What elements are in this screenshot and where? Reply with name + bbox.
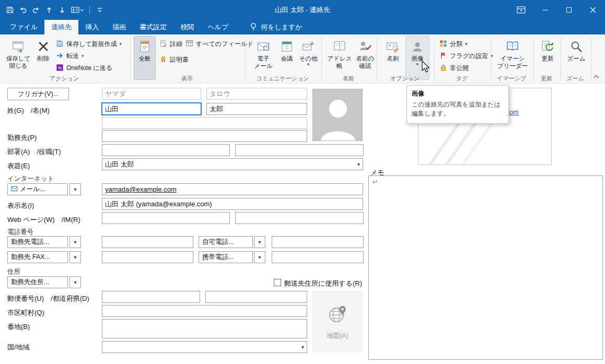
address-type-arrow[interactable] [69, 276, 81, 288]
internet-section-label: インターネット [7, 174, 54, 183]
tab-insert[interactable]: 挿入 [78, 20, 106, 34]
general-button[interactable]: 全般 [134, 36, 156, 80]
email-combo-button[interactable]: メール... [7, 183, 68, 195]
ribbon-display-options-icon[interactable] [509, 0, 533, 20]
map-button[interactable]: 地図(A) [312, 291, 363, 352]
department-field[interactable] [102, 144, 230, 156]
phone-fax-field[interactable] [102, 251, 193, 263]
contact-photo-placeholder[interactable] [312, 89, 363, 141]
phone-business-field[interactable] [102, 236, 193, 248]
dropdown-arrow-icon [120, 42, 122, 46]
qat-customize-icon[interactable] [93, 3, 106, 17]
phone-home-combo[interactable]: 自宅電話... [199, 236, 253, 248]
forward-button[interactable]: 転送 [54, 51, 86, 62]
display-name-field[interactable]: 山田 太郎 (yamada@example.com) [102, 198, 363, 210]
private-button[interactable]: 非公開 [438, 63, 470, 74]
picture-tooltip: 画像 この連絡先の写真を追加または編集します。 [406, 85, 509, 124]
phone-business-combo[interactable]: 勤務先電話... [7, 236, 68, 248]
phone-mobile-combo[interactable]: 携帯電話... [199, 251, 253, 263]
im-field[interactable] [235, 212, 364, 224]
email-icon [257, 39, 270, 54]
magnifier-icon [569, 39, 583, 54]
tab-file[interactable]: ファイル [3, 20, 44, 34]
phone-home-arrow[interactable] [254, 236, 265, 248]
memo-textarea[interactable]: ↵ [368, 175, 603, 360]
email-field[interactable]: yamada@example.com [102, 183, 363, 195]
contact-card-icon[interactable] [68, 3, 86, 17]
check-names-button[interactable]: 名前の 確認 [354, 36, 376, 80]
phone-fax-arrow[interactable] [69, 251, 81, 263]
minimize-button[interactable] [533, 0, 557, 20]
certificates-button[interactable]: 証明書 [158, 54, 190, 65]
next-item-icon[interactable] [55, 3, 68, 17]
business-card-button[interactable]: 名刺 [382, 36, 403, 80]
categorize-button[interactable]: 分類 [438, 39, 469, 50]
undo-icon[interactable] [16, 3, 29, 17]
save-new-button[interactable]: 保存して新規作成 [54, 39, 123, 50]
display-name-label: 表示名(I) [7, 201, 34, 210]
address-book-button[interactable]: アドレス帳 [325, 36, 354, 80]
tab-contact[interactable]: 連絡先 [44, 20, 78, 34]
last-name-field[interactable]: 山田 [101, 102, 202, 115]
immersive-reader-button[interactable]: イマーシ ブリーダー [495, 36, 530, 80]
details-icon [159, 40, 167, 49]
save-icon[interactable] [3, 3, 16, 17]
phone-mobile-field[interactable] [272, 251, 364, 263]
name-label: 姓(G) /名(M) [7, 106, 50, 115]
tab-format[interactable]: 書式設定 [133, 20, 173, 34]
follow-up-button[interactable]: フラグの設定 [438, 51, 495, 62]
tell-me-search[interactable]: 何をしますか [245, 20, 308, 34]
collapse-ribbon-button[interactable] [591, 73, 601, 80]
picture-icon [411, 39, 424, 54]
meeting-icon [280, 39, 294, 54]
middle-name-field[interactable] [102, 117, 307, 129]
tab-help[interactable]: ヘルプ [201, 20, 235, 34]
file-as-combo[interactable]: 山田 太郎 [102, 158, 363, 170]
phone-fax-combo[interactable]: 勤務先 FAX... [7, 251, 68, 263]
close-button[interactable] [581, 0, 605, 20]
meeting-button[interactable]: 会議 [277, 36, 297, 80]
company-field[interactable] [102, 130, 307, 142]
zip-field[interactable] [102, 291, 200, 303]
all-fields-button[interactable]: すべてのフィールド [184, 39, 255, 50]
phone-business-arrow[interactable] [69, 236, 81, 248]
redo-icon[interactable] [29, 3, 42, 17]
zoom-button[interactable]: ズーム [563, 36, 589, 80]
maximize-button[interactable] [557, 0, 581, 20]
save-close-button[interactable]: 保存して 閉じる [4, 36, 32, 80]
update-button[interactable]: 更新 [535, 36, 560, 80]
email-button[interactable]: 電子 メール [252, 36, 275, 80]
save-new-icon [56, 40, 64, 49]
chevron-down-icon[interactable] [357, 159, 360, 170]
prefecture-field[interactable] [205, 291, 307, 303]
previous-item-icon[interactable] [42, 3, 55, 17]
titlebar: 山田 太郎 - 連絡先 [0, 0, 605, 20]
furigana-first-field[interactable]: タロウ [206, 88, 307, 100]
tab-review[interactable]: 校閲 [173, 20, 201, 34]
furigana-button[interactable]: フリガナ(V)... [7, 88, 69, 100]
country-combo[interactable] [102, 341, 307, 353]
delete-button[interactable]: 削除 [33, 36, 53, 80]
webpage-field[interactable] [102, 212, 230, 224]
mail-icon [11, 186, 18, 193]
furigana-last-field[interactable]: ヤマダ [102, 88, 201, 100]
city-label: 市区町村(Q) [7, 308, 44, 318]
ribbon-group-label: イマーシブ [491, 75, 532, 83]
mailing-address-checkbox[interactable] [274, 279, 281, 286]
phone-mobile-arrow[interactable] [254, 251, 265, 263]
job-title-field[interactable] [235, 144, 364, 156]
onenote-button[interactable]: N OneNote に送る [54, 63, 114, 74]
webpage-label: Web ページ(W) /IM(R) [7, 215, 80, 225]
all-fields-icon [185, 40, 193, 49]
phone-home-field[interactable] [272, 236, 364, 248]
email-combo-arrow[interactable] [69, 183, 81, 195]
tab-draw[interactable]: 描画 [106, 20, 133, 34]
first-name-field[interactable]: 太郎 [206, 103, 307, 115]
more-button[interactable]: その他 [298, 36, 319, 80]
street-field[interactable] [102, 319, 307, 338]
delete-icon [37, 39, 50, 54]
details-button[interactable]: 詳細 [158, 39, 184, 50]
chevron-down-icon[interactable] [301, 342, 304, 353]
address-type-combo[interactable]: 勤務先住所... [7, 276, 68, 288]
city-field[interactable] [102, 305, 307, 317]
